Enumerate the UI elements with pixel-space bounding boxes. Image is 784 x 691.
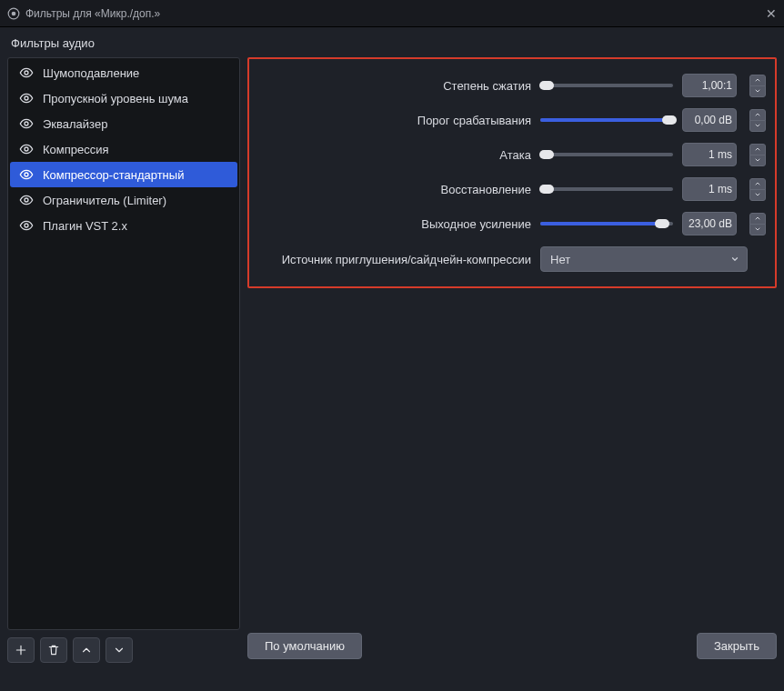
attack-step-up[interactable] xyxy=(749,144,766,155)
filter-item[interactable]: Пропускной уровень шума xyxy=(10,85,237,111)
filter-item[interactable]: Компрессор-стандартный xyxy=(10,162,237,187)
titlebar: Фильтры для «Микр./доп.» ✕ xyxy=(0,0,784,27)
setting-label: Выходное усиление xyxy=(258,217,531,231)
threshold-step-up[interactable] xyxy=(749,109,766,121)
setting-row-release: Восстановление 1 ms xyxy=(255,172,769,206)
gain-step-down[interactable] xyxy=(749,224,766,235)
gain-step-up[interactable] xyxy=(749,213,766,225)
attack-slider[interactable] xyxy=(540,147,673,162)
plus-icon xyxy=(15,644,27,656)
visibility-toggle[interactable] xyxy=(19,91,34,105)
move-up-button[interactable] xyxy=(73,637,100,663)
filter-item[interactable]: Компрессия xyxy=(10,136,237,162)
threshold-slider[interactable] xyxy=(540,113,673,127)
attack-step-down[interactable] xyxy=(749,155,766,166)
setting-row-ratio: Степень сжатия 1,00:1 xyxy=(255,68,769,103)
filter-toolbar xyxy=(7,637,240,663)
setting-row-attack: Атака 1 ms xyxy=(255,137,769,172)
setting-row-threshold: Порог срабатывания 0,00 dB xyxy=(255,103,769,137)
ratio-step-up[interactable] xyxy=(749,75,766,86)
eye-icon xyxy=(19,142,34,156)
setting-label: Атака xyxy=(258,148,531,162)
filter-label: Компрессия xyxy=(43,143,109,156)
release-spinbox[interactable]: 1 ms xyxy=(682,177,737,201)
eye-icon xyxy=(19,218,34,233)
trash-icon xyxy=(47,644,60,656)
threshold-step-down[interactable] xyxy=(749,120,766,132)
settings-panel-highlight: Степень сжатия 1,00:1 Порог срабатывания… xyxy=(247,57,777,288)
release-step-up[interactable] xyxy=(749,178,766,190)
ratio-spinbox[interactable]: 1,00:1 xyxy=(682,74,737,97)
gain-slider[interactable] xyxy=(540,216,673,231)
sidebar: ШумоподавлениеПропускной уровень шумаЭкв… xyxy=(7,57,240,663)
spinbox-value: 0,00 dB xyxy=(683,109,736,131)
filter-list[interactable]: ШумоподавлениеПропускной уровень шумаЭкв… xyxy=(7,57,240,630)
dropdown-value: Нет xyxy=(550,253,570,266)
chevron-down-icon xyxy=(113,644,126,656)
release-slider[interactable] xyxy=(540,182,673,196)
setting-row-sidechain: Источник приглушения/сайдчейн-компрессии… xyxy=(255,241,769,277)
eye-icon xyxy=(19,193,34,207)
visibility-toggle[interactable] xyxy=(19,193,34,207)
eye-icon xyxy=(19,65,34,80)
app-icon xyxy=(7,7,20,20)
filter-label: Пропускной уровень шума xyxy=(43,92,188,105)
filter-label: Эквалайзер xyxy=(43,117,107,131)
svg-point-6 xyxy=(25,173,28,176)
visibility-toggle[interactable] xyxy=(19,142,34,156)
svg-point-7 xyxy=(25,198,28,202)
close-button[interactable]: Закрыть xyxy=(697,633,777,659)
setting-label: Порог срабатывания xyxy=(258,114,531,127)
release-step-down[interactable] xyxy=(749,189,766,201)
spinbox-value: 1 ms xyxy=(683,178,736,200)
sidechain-dropdown[interactable]: Нет xyxy=(540,246,748,272)
svg-point-4 xyxy=(25,122,28,125)
window-title: Фильтры для «Микр./доп.» xyxy=(25,7,160,20)
svg-point-2 xyxy=(25,71,28,75)
audio-filters-label: Фильтры аудио xyxy=(0,27,784,57)
gain-spinbox[interactable]: 23,00 dB xyxy=(682,212,737,235)
eye-icon xyxy=(19,116,34,131)
chevron-down-icon xyxy=(730,255,739,264)
eye-icon xyxy=(19,167,34,182)
svg-point-3 xyxy=(25,96,28,100)
defaults-button[interactable]: По умолчанию xyxy=(247,633,362,659)
visibility-toggle[interactable] xyxy=(19,167,34,182)
move-down-button[interactable] xyxy=(106,637,133,663)
setting-row-gain: Выходное усиление 23,00 dB xyxy=(255,206,769,241)
setting-label: Степень сжатия xyxy=(258,79,531,93)
spinbox-value: 23,00 dB xyxy=(683,213,736,235)
svg-point-1 xyxy=(12,11,16,15)
ratio-slider[interactable] xyxy=(540,78,673,93)
filter-label: Компрессор-стандартный xyxy=(43,168,184,182)
threshold-spinbox[interactable]: 0,00 dB xyxy=(682,108,737,132)
spinbox-value: 1,00:1 xyxy=(683,75,736,96)
add-filter-button[interactable] xyxy=(7,637,35,663)
svg-point-8 xyxy=(25,224,28,227)
svg-point-5 xyxy=(25,147,28,151)
visibility-toggle[interactable] xyxy=(19,65,34,80)
filter-settings: Степень сжатия 1,00:1 Порог срабатывания… xyxy=(247,57,777,663)
filter-item[interactable]: Ограничитель (Limiter) xyxy=(10,187,237,213)
eye-icon xyxy=(19,91,34,105)
setting-label: Восстановление xyxy=(258,183,531,196)
spinbox-value: 1 ms xyxy=(683,144,736,165)
setting-label: Источник приглушения/сайдчейн-компрессии xyxy=(258,253,531,266)
filter-label: Шумоподавление xyxy=(43,66,139,80)
visibility-toggle[interactable] xyxy=(19,218,34,233)
window-close-button[interactable]: ✕ xyxy=(753,7,777,20)
filter-label: Плагин VST 2.x xyxy=(43,219,127,233)
filter-item[interactable]: Эквалайзер xyxy=(10,111,237,136)
chevron-up-icon xyxy=(80,644,93,656)
visibility-toggle[interactable] xyxy=(19,116,34,131)
filter-label: Ограничитель (Limiter) xyxy=(43,194,166,207)
attack-spinbox[interactable]: 1 ms xyxy=(682,143,737,166)
ratio-step-down[interactable] xyxy=(749,85,766,97)
filter-item[interactable]: Плагин VST 2.x xyxy=(10,213,237,238)
remove-filter-button[interactable] xyxy=(40,637,67,663)
filter-item[interactable]: Шумоподавление xyxy=(10,60,237,85)
